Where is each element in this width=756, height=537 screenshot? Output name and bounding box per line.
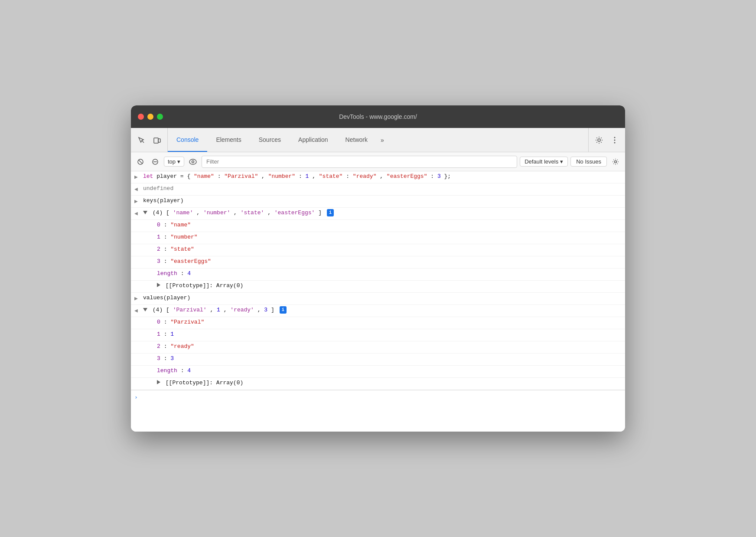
maximize-button[interactable] xyxy=(157,114,163,120)
console-input-row: › xyxy=(131,390,625,405)
traffic-lights xyxy=(138,114,163,120)
console-row-4-proto: [[Prototype]]: Array(0) xyxy=(131,281,625,293)
levels-dropdown-icon: ▾ xyxy=(560,158,563,165)
expand-arrow-5[interactable]: ▶ xyxy=(134,294,141,304)
clear-console-button[interactable] xyxy=(134,156,147,168)
svg-rect-1 xyxy=(154,138,158,143)
back-arrow-6: ◀ xyxy=(134,306,141,316)
info-badge-6[interactable]: i xyxy=(280,306,287,314)
console-row-2: ◀ undefined xyxy=(131,183,625,196)
console-toolbar: top ▾ Default levels ▾ No Issues xyxy=(131,152,625,171)
collapse-icon-6[interactable] xyxy=(143,308,147,311)
settings-button[interactable] xyxy=(592,133,606,147)
tab-elements[interactable]: Elements xyxy=(207,128,250,152)
console-row-4-2: 2 : "state" xyxy=(131,244,625,256)
tab-network[interactable]: Network xyxy=(337,128,376,152)
expand-arrow-1[interactable]: ▶ xyxy=(134,172,141,182)
console-prompt: › xyxy=(134,393,138,402)
tab-sources[interactable]: Sources xyxy=(250,128,290,152)
inspect-element-button[interactable] xyxy=(134,133,148,147)
svg-line-0 xyxy=(142,141,144,143)
no-issues-button[interactable]: No Issues xyxy=(570,157,607,167)
svg-point-4 xyxy=(614,137,616,138)
svg-point-3 xyxy=(598,139,600,141)
console-row-4-length: length : 4 xyxy=(131,268,625,281)
device-toggle-button[interactable] xyxy=(150,133,164,147)
main-toolbar: Console Elements Sources Application Net… xyxy=(131,128,625,152)
expand-arrow-3[interactable]: ▶ xyxy=(134,196,141,206)
console-row-4-header: ◀ (4) [ 'name' , 'number' , 'state' , 'e… xyxy=(131,208,625,220)
svg-point-5 xyxy=(614,139,616,141)
more-tabs-button[interactable]: » xyxy=(376,128,388,152)
no-log-button[interactable] xyxy=(149,156,161,168)
devtools-window: DevTools - www.google.com/ Console xyxy=(131,105,625,432)
console-input[interactable] xyxy=(140,394,622,401)
console-row-4-3: 3 : "easterEggs" xyxy=(131,256,625,268)
console-row-6-3: 3 : 3 xyxy=(131,354,625,366)
expand-proto-icon[interactable] xyxy=(157,283,160,287)
minimize-button[interactable] xyxy=(147,114,153,120)
console-output: ▶ let player = { "name" : "Parzival" , "… xyxy=(131,171,625,432)
svg-rect-2 xyxy=(158,139,160,142)
console-row-6-header: ◀ (4) [ 'Parzival' , 1 , 'ready' , 3 ] i xyxy=(131,305,625,317)
console-row-6-1: 1 : 1 xyxy=(131,329,625,341)
info-badge-4[interactable]: i xyxy=(327,209,334,217)
default-levels-button[interactable]: Default levels ▾ xyxy=(520,157,568,167)
console-row-6-length: length : 4 xyxy=(131,366,625,378)
dropdown-arrow-icon: ▾ xyxy=(177,158,180,165)
tab-console[interactable]: Console xyxy=(168,128,207,152)
console-row-6-proto: [[Prototype]]: Array(0) xyxy=(131,378,625,390)
console-row-3: ▶ keys(player) xyxy=(131,196,625,208)
filter-input[interactable] xyxy=(202,156,517,168)
titlebar: DevTools - www.google.com/ xyxy=(131,105,625,128)
svg-point-11 xyxy=(189,159,196,164)
toolbar-actions xyxy=(588,128,625,152)
tabs-container: Console Elements Sources Application Net… xyxy=(168,128,588,152)
expand-proto-icon-2[interactable] xyxy=(157,380,160,384)
eye-button[interactable] xyxy=(187,156,199,168)
collapse-icon-4[interactable] xyxy=(143,211,147,214)
console-settings-button[interactable] xyxy=(609,156,622,168)
svg-line-8 xyxy=(139,160,142,164)
svg-point-13 xyxy=(615,160,617,163)
svg-point-6 xyxy=(614,142,616,143)
console-row-5: ▶ values(player) xyxy=(131,293,625,305)
more-options-button[interactable] xyxy=(608,133,622,147)
console-row-4-1: 1 : "number" xyxy=(131,232,625,244)
context-selector[interactable]: top ▾ xyxy=(164,157,184,167)
svg-point-12 xyxy=(192,160,194,163)
close-button[interactable] xyxy=(138,114,144,120)
titlebar-title: DevTools - www.google.com/ xyxy=(339,113,417,120)
console-row-6-0: 0 : "Parzival" xyxy=(131,317,625,329)
toolbar-icons xyxy=(131,128,168,152)
tab-application[interactable]: Application xyxy=(290,128,337,152)
back-arrow-4: ◀ xyxy=(134,209,141,219)
console-row-4-0: 0 : "name" xyxy=(131,220,625,232)
back-arrow-2: ◀ xyxy=(134,184,141,194)
console-row-6-2: 2 : "ready" xyxy=(131,341,625,354)
console-row-1: ▶ let player = { "name" : "Parzival" , "… xyxy=(131,171,625,183)
